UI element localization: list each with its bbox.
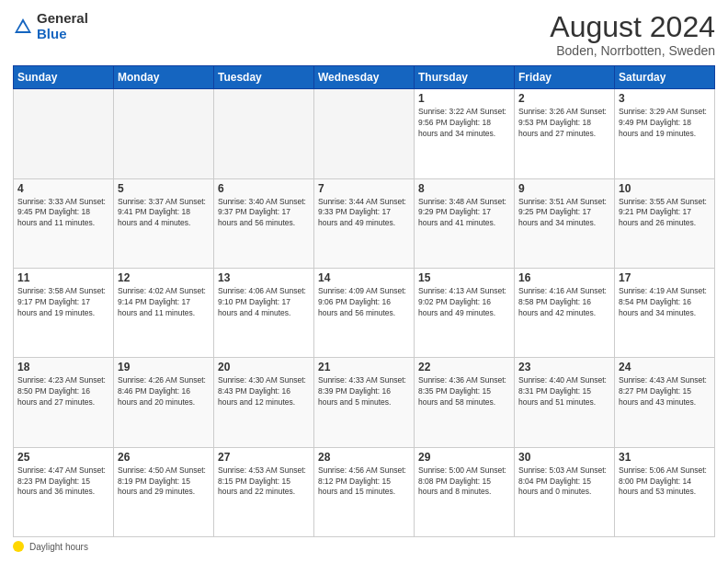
- calendar-week-row: 18Sunrise: 4:23 AM Sunset: 8:50 PM Dayli…: [14, 358, 715, 447]
- day-number: 16: [518, 271, 610, 284]
- calendar-cell: 12Sunrise: 4:02 AM Sunset: 9:14 PM Dayli…: [114, 268, 214, 357]
- day-info: Sunrise: 4:30 AM Sunset: 8:43 PM Dayligh…: [218, 375, 310, 408]
- month-year: August 2024: [550, 11, 715, 43]
- calendar-cell: 1Sunrise: 3:22 AM Sunset: 9:56 PM Daylig…: [415, 89, 515, 178]
- sun-icon: [13, 541, 24, 552]
- day-number: 28: [318, 451, 410, 464]
- day-info: Sunrise: 3:44 AM Sunset: 9:33 PM Dayligh…: [318, 197, 410, 230]
- day-number: 22: [418, 361, 510, 373]
- calendar-day-header: Saturday: [615, 66, 715, 89]
- day-info: Sunrise: 3:55 AM Sunset: 9:21 PM Dayligh…: [619, 197, 711, 230]
- day-number: 25: [17, 451, 109, 464]
- calendar-day-header: Sunday: [14, 66, 114, 89]
- calendar-day-header: Monday: [114, 66, 214, 89]
- logo: General Blue: [13, 11, 88, 41]
- day-number: 8: [418, 182, 510, 195]
- calendar-cell: 13Sunrise: 4:06 AM Sunset: 9:10 PM Dayli…: [214, 268, 314, 357]
- day-number: 1: [418, 92, 510, 105]
- day-info: Sunrise: 4:09 AM Sunset: 9:06 PM Dayligh…: [318, 286, 410, 319]
- calendar-cell: 6Sunrise: 3:40 AM Sunset: 9:37 PM Daylig…: [214, 178, 314, 268]
- logo-general: General: [37, 11, 88, 27]
- calendar-day-header: Wednesday: [314, 66, 415, 89]
- day-number: 11: [17, 271, 109, 284]
- calendar-cell: [114, 89, 214, 178]
- day-info: Sunrise: 4:40 AM Sunset: 8:31 PM Dayligh…: [518, 375, 610, 408]
- day-info: Sunrise: 3:40 AM Sunset: 9:37 PM Dayligh…: [218, 197, 310, 230]
- day-info: Sunrise: 3:48 AM Sunset: 9:29 PM Dayligh…: [418, 197, 510, 230]
- day-info: Sunrise: 4:16 AM Sunset: 8:58 PM Dayligh…: [518, 286, 610, 319]
- day-number: 26: [118, 451, 210, 464]
- calendar-cell: 2Sunrise: 3:26 AM Sunset: 9:53 PM Daylig…: [515, 89, 615, 178]
- day-info: Sunrise: 4:36 AM Sunset: 8:35 PM Dayligh…: [418, 375, 510, 408]
- calendar-cell: 24Sunrise: 4:43 AM Sunset: 8:27 PM Dayli…: [615, 358, 715, 447]
- calendar-cell: 5Sunrise: 3:37 AM Sunset: 9:41 PM Daylig…: [114, 178, 214, 268]
- logo-blue: Blue: [37, 27, 88, 42]
- day-info: Sunrise: 4:53 AM Sunset: 8:15 PM Dayligh…: [218, 465, 310, 499]
- day-info: Sunrise: 3:29 AM Sunset: 9:49 PM Dayligh…: [619, 107, 711, 140]
- day-number: 21: [318, 361, 410, 373]
- calendar: SundayMondayTuesdayWednesdayThursdayFrid…: [13, 65, 715, 537]
- calendar-cell: 15Sunrise: 4:13 AM Sunset: 9:02 PM Dayli…: [415, 268, 515, 357]
- day-info: Sunrise: 5:06 AM Sunset: 8:00 PM Dayligh…: [619, 465, 711, 499]
- day-info: Sunrise: 4:19 AM Sunset: 8:54 PM Dayligh…: [619, 286, 711, 319]
- day-info: Sunrise: 3:51 AM Sunset: 9:25 PM Dayligh…: [518, 197, 610, 230]
- calendar-cell: 17Sunrise: 4:19 AM Sunset: 8:54 PM Dayli…: [615, 268, 715, 357]
- day-info: Sunrise: 4:47 AM Sunset: 8:23 PM Dayligh…: [17, 465, 109, 499]
- day-number: 14: [318, 271, 410, 284]
- day-number: 4: [17, 182, 109, 195]
- calendar-cell: 9Sunrise: 3:51 AM Sunset: 9:25 PM Daylig…: [515, 178, 615, 268]
- daylight-label: Daylight hours: [29, 542, 88, 552]
- day-number: 10: [619, 182, 711, 195]
- day-number: 20: [218, 361, 310, 373]
- calendar-cell: [314, 89, 415, 178]
- calendar-header-row: SundayMondayTuesdayWednesdayThursdayFrid…: [14, 66, 715, 89]
- day-info: Sunrise: 4:23 AM Sunset: 8:50 PM Dayligh…: [17, 375, 109, 408]
- day-number: 29: [418, 451, 510, 464]
- calendar-cell: 25Sunrise: 4:47 AM Sunset: 8:23 PM Dayli…: [14, 447, 114, 536]
- calendar-cell: 21Sunrise: 4:33 AM Sunset: 8:39 PM Dayli…: [314, 358, 415, 447]
- day-info: Sunrise: 4:06 AM Sunset: 9:10 PM Dayligh…: [218, 286, 310, 319]
- day-number: 30: [518, 451, 610, 464]
- calendar-week-row: 11Sunrise: 3:58 AM Sunset: 9:17 PM Dayli…: [14, 268, 715, 357]
- calendar-cell: 8Sunrise: 3:48 AM Sunset: 9:29 PM Daylig…: [415, 178, 515, 268]
- day-info: Sunrise: 5:03 AM Sunset: 8:04 PM Dayligh…: [518, 465, 610, 499]
- calendar-cell: 3Sunrise: 3:29 AM Sunset: 9:49 PM Daylig…: [615, 89, 715, 178]
- day-number: 24: [619, 361, 711, 373]
- day-info: Sunrise: 4:13 AM Sunset: 9:02 PM Dayligh…: [418, 286, 510, 319]
- day-number: 9: [518, 182, 610, 195]
- day-info: Sunrise: 4:50 AM Sunset: 8:19 PM Dayligh…: [118, 465, 210, 499]
- calendar-cell: 26Sunrise: 4:50 AM Sunset: 8:19 PM Dayli…: [114, 447, 214, 536]
- calendar-cell: 31Sunrise: 5:06 AM Sunset: 8:00 PM Dayli…: [615, 447, 715, 536]
- day-info: Sunrise: 3:22 AM Sunset: 9:56 PM Dayligh…: [418, 107, 510, 140]
- calendar-cell: 14Sunrise: 4:09 AM Sunset: 9:06 PM Dayli…: [314, 268, 415, 357]
- page: General Blue August 2024 Boden, Norrbott…: [0, 0, 728, 563]
- day-info: Sunrise: 4:26 AM Sunset: 8:46 PM Dayligh…: [118, 375, 210, 408]
- calendar-cell: 7Sunrise: 3:44 AM Sunset: 9:33 PM Daylig…: [314, 178, 415, 268]
- calendar-cell: 22Sunrise: 4:36 AM Sunset: 8:35 PM Dayli…: [415, 358, 515, 447]
- day-info: Sunrise: 4:43 AM Sunset: 8:27 PM Dayligh…: [619, 375, 711, 408]
- day-number: 5: [118, 182, 210, 195]
- calendar-week-row: 4Sunrise: 3:33 AM Sunset: 9:45 PM Daylig…: [14, 178, 715, 268]
- day-info: Sunrise: 3:37 AM Sunset: 9:41 PM Dayligh…: [118, 197, 210, 230]
- calendar-cell: 30Sunrise: 5:03 AM Sunset: 8:04 PM Dayli…: [515, 447, 615, 536]
- day-info: Sunrise: 4:02 AM Sunset: 9:14 PM Dayligh…: [118, 286, 210, 319]
- calendar-day-header: Tuesday: [214, 66, 314, 89]
- day-number: 3: [619, 92, 711, 105]
- calendar-day-header: Thursday: [415, 66, 515, 89]
- calendar-cell: 4Sunrise: 3:33 AM Sunset: 9:45 PM Daylig…: [14, 178, 114, 268]
- day-info: Sunrise: 5:00 AM Sunset: 8:08 PM Dayligh…: [418, 465, 510, 499]
- calendar-cell: 28Sunrise: 4:56 AM Sunset: 8:12 PM Dayli…: [314, 447, 415, 536]
- day-info: Sunrise: 4:56 AM Sunset: 8:12 PM Dayligh…: [318, 465, 410, 499]
- calendar-cell: 10Sunrise: 3:55 AM Sunset: 9:21 PM Dayli…: [615, 178, 715, 268]
- calendar-cell: 27Sunrise: 4:53 AM Sunset: 8:15 PM Dayli…: [214, 447, 314, 536]
- title-block: August 2024 Boden, Norrbotten, Sweden: [550, 11, 715, 58]
- calendar-cell: 11Sunrise: 3:58 AM Sunset: 9:17 PM Dayli…: [14, 268, 114, 357]
- day-info: Sunrise: 4:33 AM Sunset: 8:39 PM Dayligh…: [318, 375, 410, 408]
- day-number: 17: [619, 271, 711, 284]
- day-number: 12: [118, 271, 210, 284]
- calendar-cell: 19Sunrise: 4:26 AM Sunset: 8:46 PM Dayli…: [114, 358, 214, 447]
- calendar-cell: 29Sunrise: 5:00 AM Sunset: 8:08 PM Dayli…: [415, 447, 515, 536]
- calendar-week-row: 25Sunrise: 4:47 AM Sunset: 8:23 PM Dayli…: [14, 447, 715, 536]
- calendar-day-header: Friday: [515, 66, 615, 89]
- calendar-cell: [14, 89, 114, 178]
